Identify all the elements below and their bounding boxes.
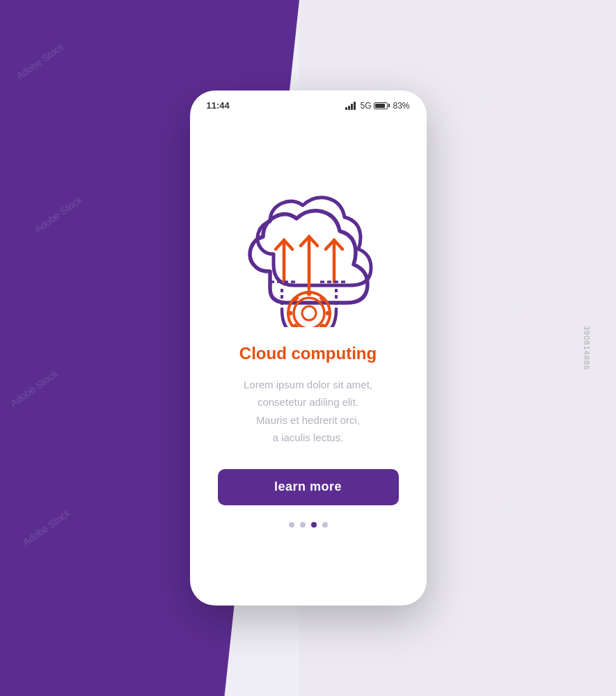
status-bar: 11:44 5G 83% bbox=[190, 90, 427, 116]
phone-card: 11:44 5G 83% bbox=[190, 90, 427, 606]
dot-2 bbox=[300, 522, 306, 528]
svg-rect-8 bbox=[326, 311, 331, 315]
svg-point-4 bbox=[302, 306, 316, 320]
dot-4 bbox=[322, 522, 328, 528]
adobe-stock-id: 390814886 bbox=[583, 326, 591, 370]
signal-bar-4 bbox=[354, 102, 356, 110]
signal-bar-2 bbox=[348, 106, 350, 110]
battery-tip bbox=[388, 104, 390, 107]
signal-bar-3 bbox=[351, 104, 353, 110]
cloud-computing-icon bbox=[232, 174, 385, 327]
main-content: Cloud computing Lorem ipsum dolor sit am… bbox=[190, 116, 427, 606]
status-time: 11:44 bbox=[207, 100, 230, 111]
svg-rect-5 bbox=[307, 290, 311, 296]
learn-more-button[interactable]: learn more bbox=[218, 469, 399, 505]
desc-line-3: Mauris et hedrerit orci, bbox=[256, 414, 360, 426]
dot-3-active bbox=[311, 522, 317, 528]
status-right: 5G 83% bbox=[345, 101, 409, 111]
battery-percent: 83% bbox=[393, 101, 409, 111]
dot-1 bbox=[289, 522, 294, 528]
battery-icon bbox=[374, 102, 390, 109]
svg-rect-7 bbox=[287, 311, 292, 315]
battery-fill bbox=[375, 104, 384, 108]
battery-body bbox=[374, 102, 388, 109]
signal-bar-1 bbox=[345, 107, 347, 110]
page-description: Lorem ipsum dolor sit amet, consetetur a… bbox=[244, 376, 372, 447]
network-type: 5G bbox=[360, 101, 371, 111]
desc-line-2: consetetur adiling elit. bbox=[258, 396, 358, 408]
signal-bars-icon bbox=[345, 102, 356, 110]
desc-line-4: a iaculis lectus. bbox=[273, 432, 344, 443]
page-dots bbox=[289, 522, 328, 528]
desc-line-1: Lorem ipsum dolor sit amet, bbox=[244, 379, 372, 390]
page-title: Cloud computing bbox=[239, 344, 377, 363]
